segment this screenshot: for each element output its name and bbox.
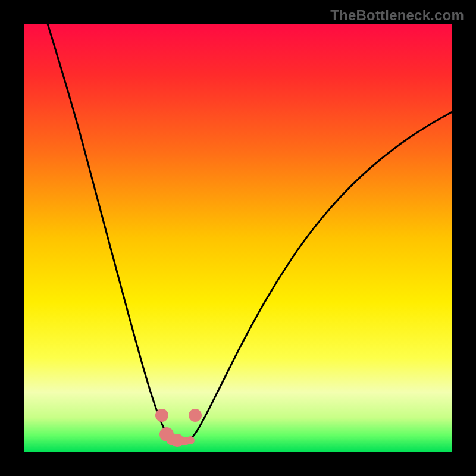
marker-dot [155,409,168,422]
bottleneck-chart [24,24,452,452]
marker-dot [189,409,202,422]
watermark-text: TheBottleneck.com [330,7,464,24]
marker-dot [171,434,184,447]
marker-dot [186,436,195,444]
gradient-background [24,24,452,452]
chart-frame [24,24,452,452]
